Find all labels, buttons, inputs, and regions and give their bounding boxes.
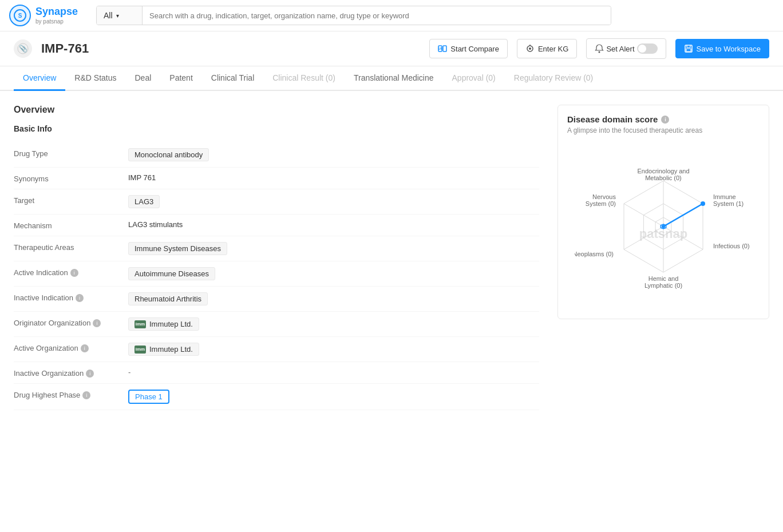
therapeutic-areas-label: Therapeutic Areas (14, 242, 128, 252)
drug-title: IMP-761 (41, 41, 420, 56)
svg-point-25 (701, 201, 705, 206)
svg-text:System (0): System (0) (586, 200, 616, 207)
set-alert-label: Set Alert (606, 45, 634, 53)
phase-tag[interactable]: Phase 1 (128, 390, 169, 404)
svg-text:Neoplasms (0): Neoplasms (0) (575, 251, 614, 257)
logo-main: Synapse (35, 6, 78, 18)
svg-rect-12 (686, 49, 691, 51)
therapeutic-areas-tag[interactable]: Immune System Diseases (128, 242, 227, 255)
tab-clinical-result: Clinical Result (0) (263, 66, 345, 91)
search-filter-value: All (104, 11, 113, 20)
disease-domain-info-icon[interactable]: i (661, 116, 669, 124)
originator-org-name: Immutep Ltd. (149, 320, 193, 328)
disease-domain-title: Disease domain score i (567, 114, 760, 124)
inactive-indication-info-icon[interactable]: i (76, 294, 84, 302)
logo-sub: by patsnap (35, 18, 78, 25)
tab-clinical-trial[interactable]: Clinical Trial (202, 66, 263, 91)
svg-text:Infectious (0): Infectious (0) (713, 243, 750, 249)
drug-type-row: Drug Type Monoclonal antibody (14, 142, 539, 168)
inactive-org-info-icon[interactable]: i (86, 370, 94, 378)
drug-type-tag[interactable]: Monoclonal antibody (128, 148, 209, 161)
tab-translational-medicine[interactable]: Translational Medicine (345, 66, 443, 91)
target-row: Target LAG3 (14, 189, 539, 215)
top-bar: S Synapse by patsnap All ▾ (0, 0, 783, 31)
tab-deal[interactable]: Deal (126, 66, 161, 91)
drug-type-label: Drug Type (14, 148, 128, 158)
inactive-indication-label: Inactive Indication i (14, 292, 128, 302)
svg-text:Metabolic (0): Metabolic (0) (645, 174, 682, 181)
originator-org-logo: imm (135, 320, 146, 328)
target-value: LAG3 (128, 195, 539, 208)
logo-area: S Synapse by patsnap (9, 5, 89, 26)
tab-overview[interactable]: Overview (14, 66, 65, 91)
inactive-org-label: Inactive Organization i (14, 368, 128, 378)
svg-text:System (1): System (1) (713, 200, 744, 207)
drug-highest-phase-value: Phase 1 (128, 390, 539, 404)
svg-text:Immune: Immune (713, 193, 736, 200)
inactive-indication-tag[interactable]: Rheumatoid Arthritis (128, 292, 208, 305)
svg-text:Hemic and: Hemic and (648, 275, 679, 282)
search-filter-dropdown[interactable]: All ▾ (97, 6, 143, 25)
content-area: Overview Basic Info Drug Type Monoclonal… (0, 91, 783, 424)
svg-text:📎: 📎 (19, 44, 27, 53)
tab-approval: Approval (0) (443, 66, 505, 91)
active-org-row: Active Organization i imm Immutep Ltd. (14, 337, 539, 362)
active-org-name: Immutep Ltd. (149, 345, 193, 354)
originator-org-tag[interactable]: imm Immutep Ltd. (128, 317, 199, 331)
svg-text:S: S (18, 13, 22, 19)
svg-point-10 (599, 51, 600, 53)
overview-title: Overview (14, 105, 539, 115)
drug-highest-phase-label: Drug Highest Phase i (14, 390, 128, 399)
alert-toggle[interactable] (637, 43, 658, 54)
tab-patent[interactable]: Patent (160, 66, 201, 91)
search-input[interactable] (143, 7, 611, 25)
active-org-label: Active Organization i (14, 343, 128, 352)
disease-domain-section: Disease domain score i A glimpse into th… (557, 105, 769, 410)
target-label: Target (14, 195, 128, 205)
synonyms-row: Synonyms IMP 761 (14, 168, 539, 189)
originator-org-value: imm Immutep Ltd. (128, 317, 539, 331)
compare-icon: U5 (438, 44, 447, 53)
save-workspace-button[interactable]: Save to Workspace (675, 39, 769, 58)
compare-label: Start Compare (450, 45, 499, 53)
mechanism-row: Mechanism LAG3 stimulants (14, 215, 539, 236)
active-indication-tag[interactable]: Autoimmune Diseases (128, 267, 215, 280)
mechanism-value: LAG3 stimulants (128, 220, 539, 229)
inactive-org-value: - (128, 368, 539, 376)
disease-domain-card: Disease domain score i A glimpse into th… (557, 105, 769, 319)
svg-text:Lymphatic (0): Lymphatic (0) (644, 282, 682, 289)
enter-kg-button[interactable]: Enter KG (517, 39, 577, 58)
active-org-tag[interactable]: imm Immutep Ltd. (128, 343, 199, 356)
synonyms-label: Synonyms (14, 173, 128, 183)
logo-text: Synapse by patsnap (35, 6, 78, 25)
active-org-info-icon[interactable]: i (81, 344, 89, 352)
tab-rd-status[interactable]: R&D Status (65, 66, 125, 91)
svg-rect-5 (443, 46, 446, 51)
active-org-value: imm Immutep Ltd. (128, 343, 539, 356)
set-alert-button[interactable]: Set Alert (586, 38, 666, 59)
basic-info-title: Basic Info (14, 124, 539, 133)
start-compare-button[interactable]: U5 Start Compare (429, 39, 508, 58)
active-indication-row: Active Indication i Autoimmune Diseases (14, 261, 539, 287)
disease-domain-subtitle: A glimpse into the focused therapeutic a… (567, 126, 760, 134)
svg-text:U5: U5 (438, 47, 443, 50)
active-indication-info-icon[interactable]: i (70, 269, 78, 277)
svg-point-8 (529, 47, 531, 50)
active-indication-value: Autoimmune Diseases (128, 267, 539, 280)
target-tag[interactable]: LAG3 (128, 195, 160, 208)
originator-org-row: Originator Organization i imm Immutep Lt… (14, 312, 539, 337)
mechanism-label: Mechanism (14, 220, 128, 230)
drug-icon: 📎 (14, 39, 32, 58)
originator-org-info-icon[interactable]: i (93, 319, 101, 327)
originator-org-label: Originator Organization i (14, 317, 128, 327)
drug-highest-phase-row: Drug Highest Phase i Phase 1 (14, 384, 539, 410)
search-area: All ▾ (96, 6, 611, 25)
chevron-down-icon: ▾ (116, 13, 119, 19)
drug-highest-phase-info-icon[interactable]: i (82, 391, 90, 399)
drug-header: 📎 IMP-761 U5 Start Compare Enter KG (0, 31, 783, 66)
alert-icon (595, 44, 604, 53)
inactive-indication-row: Inactive Indication i Rheumatoid Arthrit… (14, 287, 539, 312)
active-org-logo: imm (135, 346, 146, 354)
enter-kg-label: Enter KG (538, 45, 568, 53)
inactive-org-text: - (128, 368, 130, 376)
